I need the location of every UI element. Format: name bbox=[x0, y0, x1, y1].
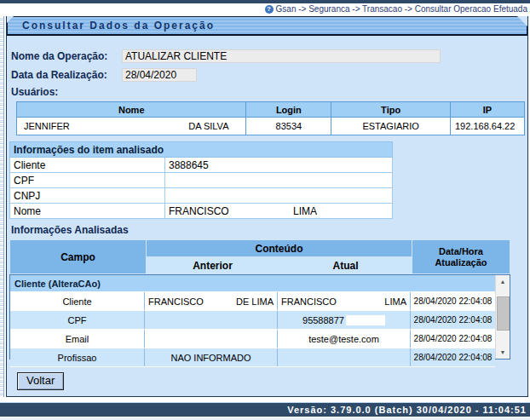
users-header-tipo: Tipo bbox=[331, 102, 451, 118]
analysis-row-email: Email teste@teste.com 28/04/2020 22:04:0… bbox=[10, 330, 495, 348]
analysis-row-cpf: CPF 95588877 28/04/2020 22:04:08 bbox=[10, 311, 495, 330]
scrollbar-track[interactable] bbox=[496, 288, 510, 346]
scrollbar-thumb[interactable] bbox=[497, 296, 510, 331]
item-row-cnpj: CNPJ bbox=[10, 188, 393, 204]
item-value-cnpj bbox=[165, 188, 393, 204]
analysis-anterior bbox=[145, 330, 278, 348]
item-value-nome: FRANCISCO LIMA bbox=[165, 204, 393, 219]
analysis-header-anterior: Anterior bbox=[147, 257, 279, 274]
analysis-header-atual: Atual bbox=[279, 257, 412, 274]
users-cell-login: 83534 bbox=[246, 118, 331, 135]
users-cell-ip: 192.168.64.22 bbox=[451, 118, 525, 135]
left-decoration-stripe bbox=[0, 16, 4, 397]
users-header-login: Login bbox=[246, 102, 331, 118]
main-panel: Consultar Dados da Operação Nome da Oper… bbox=[6, 16, 528, 397]
item-row-cpf: CPF bbox=[10, 173, 393, 188]
analysis-header-conteudo: Conteúdo bbox=[147, 240, 412, 257]
item-label-cnpj: CNPJ bbox=[10, 188, 165, 204]
users-cell-nome: JENNIFER DA SILVA bbox=[17, 118, 246, 135]
page-title: Consultar Dados da Operação bbox=[22, 20, 215, 32]
item-nome-first: FRANCISCO bbox=[169, 205, 229, 217]
item-value-cpf bbox=[165, 173, 393, 188]
analysis-header-campo: Campo bbox=[10, 240, 147, 274]
users-table: Nome Login Tipo IP JENNIFER DA SILVA 835… bbox=[16, 101, 525, 135]
operation-name-field[interactable]: ATUALIZAR CLIENTE bbox=[122, 49, 441, 63]
user-last-name: DA SILVA bbox=[188, 121, 228, 131]
vertical-scrollbar[interactable]: ▲ ▼ bbox=[495, 275, 510, 359]
analysis-atual: FRANCISCO LIMA bbox=[278, 292, 411, 310]
item-label-cpf: CPF bbox=[10, 173, 165, 188]
analysis-campo: Profissao bbox=[10, 348, 145, 366]
scroll-down-icon[interactable]: ▼ bbox=[496, 346, 510, 359]
users-header-ip: IP bbox=[451, 102, 525, 118]
content-area: Nome da Operação: ATUALIZAR CLIENTE Data… bbox=[7, 36, 527, 396]
analysis-table-header: Campo Conteúdo Data/Hora Atualização Ant… bbox=[9, 239, 510, 274]
item-label-cliente: Cliente bbox=[10, 158, 165, 173]
analysis-datahora: 28/04/2020 22:04:08 bbox=[411, 348, 495, 366]
analysis-anterior bbox=[145, 311, 278, 329]
users-header-row: Nome Login Tipo IP bbox=[17, 102, 525, 118]
breadcrumb-row: ? Gsan -> Seguranca -> Transacao -> Cons… bbox=[0, 3, 530, 14]
breadcrumb: Gsan -> Seguranca -> Transacao -> Consul… bbox=[276, 4, 527, 14]
item-row-nome: Nome FRANCISCO LIMA bbox=[10, 204, 393, 219]
gsan-screen: ? Gsan -> Seguranca -> Transacao -> Cons… bbox=[0, 0, 530, 420]
analysis-datahora: 28/04/2020 22:04:08 bbox=[411, 330, 495, 348]
footer-bottom-strip bbox=[0, 417, 530, 420]
analysis-atual: 95588877 bbox=[278, 311, 411, 329]
redaction-box bbox=[346, 315, 385, 325]
item-value-cliente: 3888645 bbox=[165, 158, 393, 173]
analysis-campo: Cliente bbox=[10, 292, 145, 310]
item-analysed-table: Informações do item analisado Cliente 38… bbox=[9, 141, 393, 219]
analysis-anterior: NAO INFORMADO bbox=[145, 348, 278, 366]
operation-name-label: Nome da Operação: bbox=[9, 50, 122, 62]
analysis-section-label: Informações Analisadas bbox=[9, 224, 525, 236]
scroll-up-icon[interactable]: ▲ bbox=[496, 275, 510, 288]
analysis-header-datahora: Data/Hora Atualização bbox=[412, 240, 510, 274]
realization-date-field[interactable]: 28/04/2020 bbox=[122, 68, 197, 82]
item-row-cliente: Cliente 3888645 bbox=[10, 158, 393, 173]
analysis-campo: CPF bbox=[10, 311, 145, 329]
analysis-datahora: 28/04/2020 22:04:08 bbox=[411, 311, 495, 329]
analysis-campo: Email bbox=[10, 330, 145, 348]
users-label: Usuários: bbox=[9, 86, 525, 98]
analysis-datahora: 28/04/2020 22:04:08 bbox=[411, 292, 495, 310]
page-title-tab: Consultar Dados da Operação bbox=[7, 16, 527, 36]
users-data-row: JENNIFER DA SILVA 83534 ESTAGIARIO 192.1… bbox=[17, 118, 525, 135]
item-label-nome: Nome bbox=[10, 204, 165, 219]
users-cell-tipo: ESTAGIARIO bbox=[331, 118, 451, 135]
footer-version-bar: Versão: 3.79.0.0 (Batch) 30/04/2020 - 11… bbox=[0, 403, 530, 417]
analysis-atual bbox=[278, 348, 411, 366]
users-header-nome: Nome bbox=[17, 102, 246, 118]
voltar-button[interactable]: Voltar bbox=[17, 372, 64, 390]
analysis-anterior: FRANCISCO DE LIMA bbox=[145, 292, 278, 310]
analysis-atual: teste@teste.com bbox=[278, 330, 411, 348]
analysis-table-body: Cliente (AlteraCAo) Cliente FRANCISCO DE… bbox=[9, 274, 510, 360]
analysis-row-profissao: Profissao NAO INFORMADO 28/04/2020 22:04… bbox=[10, 348, 495, 367]
analysis-group-row: Cliente (AlteraCAo) bbox=[10, 275, 495, 292]
realization-date-label: Data da Realização: bbox=[9, 69, 122, 81]
item-nome-last: LIMA bbox=[293, 205, 317, 217]
version-text: Versão: 3.79.0.0 (Batch) 30/04/2020 - 11… bbox=[287, 405, 527, 415]
item-analysed-title: Informações do item analisado bbox=[10, 142, 393, 158]
help-icon[interactable]: ? bbox=[265, 5, 274, 14]
analysis-row-cliente: Cliente FRANCISCO DE LIMA FRANCISCO LIMA… bbox=[10, 292, 495, 311]
user-first-name: JENNIFER bbox=[24, 121, 70, 131]
